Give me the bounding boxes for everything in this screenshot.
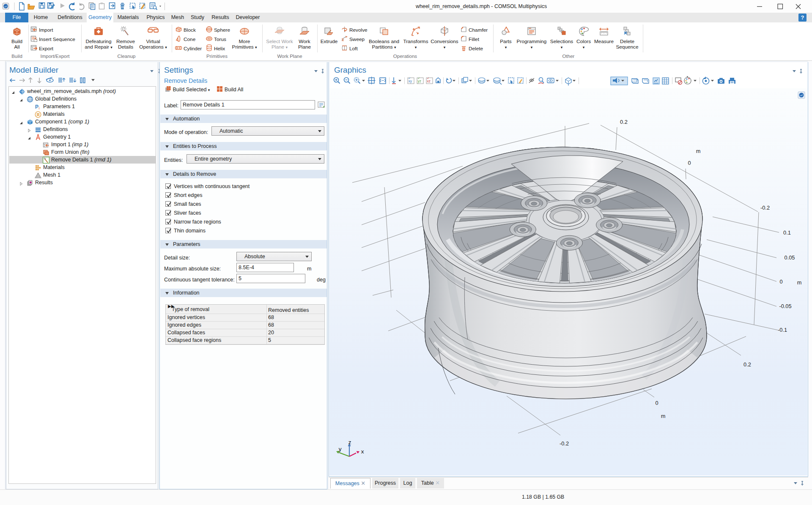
svg-text:z: z — [348, 439, 351, 445]
svg-text:0: 0 — [779, 278, 782, 285]
svg-text:y: y — [339, 446, 342, 452]
svg-text:0.2: 0.2 — [743, 361, 751, 368]
svg-text:P: P — [35, 104, 38, 110]
svg-text:m: m — [696, 148, 701, 154]
svg-text:0.1: 0.1 — [783, 229, 791, 236]
svg-text:yz: yz — [418, 79, 422, 83]
svg-text:xz: xz — [427, 79, 431, 83]
svg-text:-0.2: -0.2 — [560, 440, 569, 447]
svg-text:0: 0 — [688, 160, 691, 166]
svg-text:-0.2: -0.2 — [760, 205, 770, 211]
svg-text:xy: xy — [409, 79, 412, 83]
svg-text:m: m — [797, 279, 802, 286]
svg-text:x: x — [361, 448, 364, 455]
svg-text:0.2: 0.2 — [620, 119, 628, 125]
svg-text:m: m — [661, 413, 666, 419]
svg-text:i: i — [39, 106, 40, 110]
svg-text:0: 0 — [655, 400, 658, 406]
svg-text:0.05: 0.05 — [785, 254, 795, 261]
svg-text:-0.05: -0.05 — [779, 303, 791, 309]
svg-text:-0.1: -0.1 — [778, 327, 787, 333]
